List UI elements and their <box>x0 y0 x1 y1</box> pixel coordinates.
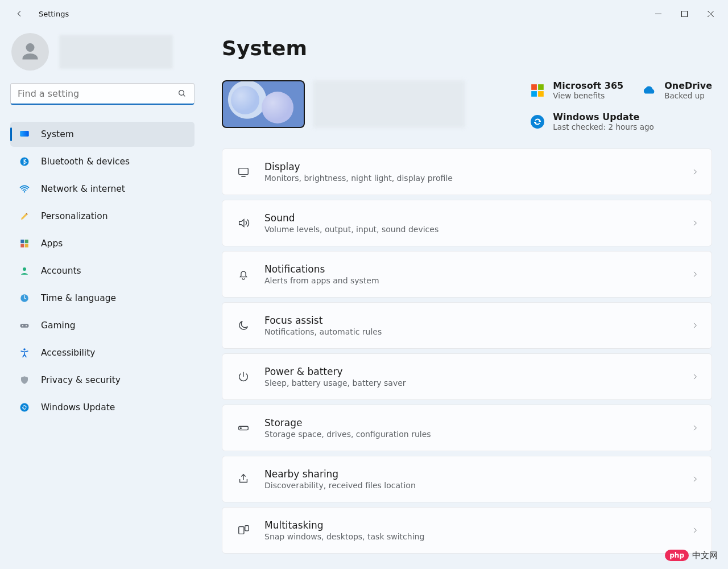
bell-icon <box>236 267 251 282</box>
app-name: Settings <box>39 10 69 18</box>
gamepad-icon <box>18 319 31 332</box>
sidebar-item-label: Windows Update <box>41 402 115 413</box>
shield-icon <box>18 374 31 386</box>
tile-subtitle: Alerts from apps and system <box>264 276 691 285</box>
svg-point-15 <box>23 348 26 351</box>
tile-subtitle: Sleep, battery usage, battery saver <box>264 378 691 387</box>
tile-notifications[interactable]: Notifications Alerts from apps and syste… <box>222 251 712 298</box>
chevron-right-icon <box>691 372 700 381</box>
svg-rect-3 <box>20 131 29 137</box>
status-onedrive[interactable]: OneDrive Backed up <box>642 80 712 100</box>
device-thumbnail[interactable] <box>222 80 305 128</box>
windows-update-icon <box>530 114 545 129</box>
status-windows-update[interactable]: Windows Update Last checked: 2 hours ago <box>530 112 712 131</box>
back-button[interactable] <box>10 5 28 23</box>
tile-subtitle: Notifications, automatic rules <box>264 327 691 336</box>
watermark-badge: php <box>665 550 689 561</box>
sidebar-item-personalization[interactable]: Personalization <box>10 204 195 229</box>
microsoft-365-icon <box>530 83 545 98</box>
device-name-redacted <box>313 80 465 128</box>
status-title: Microsoft 365 <box>553 80 623 91</box>
share-icon <box>236 472 251 486</box>
tile-nearby-sharing[interactable]: Nearby sharing Discoverability, received… <box>222 456 712 502</box>
chevron-right-icon <box>691 423 700 432</box>
avatar <box>11 33 49 71</box>
tile-focus-assist[interactable]: Focus assist Notifications, automatic ru… <box>222 302 712 349</box>
tile-title: Nearby sharing <box>264 468 691 480</box>
accessibility-icon <box>18 347 31 359</box>
sidebar-item-label: System <box>41 129 74 139</box>
search-icon <box>177 89 187 98</box>
svg-rect-19 <box>532 91 537 97</box>
sidebar-item-label: Gaming <box>41 320 76 331</box>
tile-title: Display <box>264 161 691 172</box>
sidebar-item-label: Bluetooth & devices <box>41 156 130 167</box>
svg-rect-18 <box>538 84 544 90</box>
tile-subtitle: Volume levels, output, input, sound devi… <box>264 225 691 234</box>
svg-rect-25 <box>239 527 244 534</box>
update-icon <box>18 401 31 414</box>
sidebar-item-accessibility[interactable]: Accessibility <box>10 340 195 365</box>
sidebar-item-accounts[interactable]: Accounts <box>10 258 195 283</box>
storage-icon <box>236 420 251 435</box>
tile-subtitle: Monitors, brightness, night light, displ… <box>264 174 691 183</box>
tile-sound[interactable]: Sound Volume levels, output, input, soun… <box>222 200 712 246</box>
search-box[interactable] <box>10 83 195 105</box>
device-info-row: Microsoft 365 View benefits OneDrive Bac… <box>222 80 712 131</box>
tile-title: Power & battery <box>264 366 691 377</box>
tile-title: Sound <box>264 212 691 224</box>
chevron-right-icon <box>691 526 700 535</box>
sidebar-item-bluetooth[interactable]: Bluetooth & devices <box>10 149 195 174</box>
svg-point-4 <box>20 158 29 166</box>
svg-rect-17 <box>532 84 537 90</box>
sidebar-item-label: Personalization <box>41 211 108 221</box>
profile-block[interactable] <box>11 33 195 71</box>
system-icon <box>18 128 31 141</box>
sidebar-item-gaming[interactable]: Gaming <box>10 313 195 338</box>
sidebar-item-label: Accessibility <box>41 348 95 358</box>
sidebar-item-network[interactable]: Network & internet <box>10 176 195 201</box>
tile-title: Multitasking <box>264 519 691 531</box>
sidebar-item-windows-update[interactable]: Windows Update <box>10 395 195 420</box>
watermark-text: 中文网 <box>692 550 718 561</box>
chevron-right-icon <box>691 167 700 176</box>
sidebar-item-time-language[interactable]: Time & language <box>10 286 195 311</box>
svg-rect-22 <box>239 168 249 175</box>
watermark: php 中文网 <box>665 550 718 561</box>
main-content: System Microsoft 365 View benefits <box>205 27 728 569</box>
chevron-right-icon <box>691 270 700 279</box>
sidebar-item-privacy[interactable]: Privacy & security <box>10 368 195 393</box>
status-subtitle: View benefits <box>553 91 623 100</box>
svg-rect-12 <box>20 324 29 328</box>
status-microsoft-365[interactable]: Microsoft 365 View benefits <box>530 80 623 100</box>
tile-power-battery[interactable]: Power & battery Sleep, battery usage, ba… <box>222 353 712 400</box>
svg-point-5 <box>24 191 25 192</box>
status-subtitle: Backed up <box>664 91 712 100</box>
chevron-right-icon <box>691 321 700 330</box>
svg-point-10 <box>23 267 26 271</box>
tile-title: Storage <box>264 417 691 428</box>
tile-subtitle: Snap windows, desktops, task switching <box>264 532 691 541</box>
nav-list: System Bluetooth & devices Network & int… <box>10 122 195 422</box>
svg-point-24 <box>241 428 242 429</box>
tile-storage[interactable]: Storage Storage space, drives, configura… <box>222 405 712 451</box>
user-name-redacted <box>59 35 173 69</box>
svg-point-13 <box>22 325 23 326</box>
tile-title: Notifications <box>264 263 691 275</box>
sidebar-item-label: Accounts <box>41 266 81 276</box>
maximize-button[interactable] <box>671 5 697 23</box>
minimize-button[interactable] <box>645 5 671 23</box>
status-title: OneDrive <box>664 80 712 91</box>
tile-multitasking[interactable]: Multitasking Snap windows, desktops, tas… <box>222 507 712 554</box>
search-input[interactable] <box>10 83 195 105</box>
bluetooth-icon <box>18 155 31 168</box>
svg-rect-6 <box>20 240 24 243</box>
apps-icon <box>18 237 31 250</box>
sidebar-item-apps[interactable]: Apps <box>10 231 195 256</box>
sidebar-item-system[interactable]: System <box>10 122 195 147</box>
tile-display[interactable]: Display Monitors, brightness, night ligh… <box>222 149 712 195</box>
window-controls <box>645 5 723 23</box>
moon-icon <box>236 318 251 333</box>
close-button[interactable] <box>697 5 723 23</box>
paintbrush-icon <box>18 210 31 222</box>
